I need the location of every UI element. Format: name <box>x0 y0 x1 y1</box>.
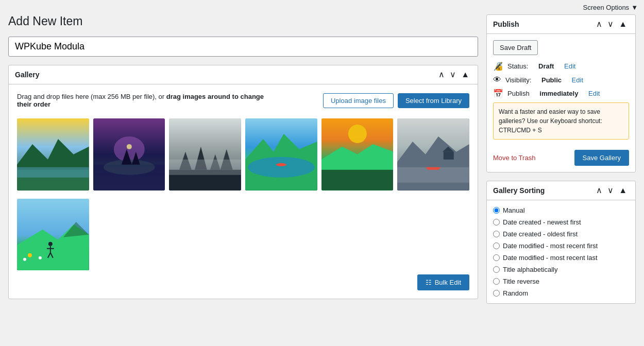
status-edit-link[interactable]: Edit <box>564 62 575 70</box>
sorting-option-date_newest[interactable]: Date created - newest first <box>493 218 629 226</box>
select-from-library-button[interactable]: Select from Library <box>398 93 469 108</box>
sorting-box-header: Gallery Sorting ∧ ∨ ▲ <box>487 181 635 200</box>
visibility-edit-link[interactable]: Edit <box>572 76 583 84</box>
publish-collapse-button[interactable]: ▲ <box>617 19 629 29</box>
panel-up-button[interactable]: ∧ <box>436 70 447 80</box>
publish-value: immediately <box>539 90 578 97</box>
sorting-option-random[interactable]: Random <box>493 289 629 297</box>
svg-marker-25 <box>321 170 394 191</box>
sorting-label-title_alpha: Title alphabetically <box>503 266 557 273</box>
upload-hint: Drag and drop files here (max 256 MB per… <box>17 93 275 108</box>
sorting-radio-date_modified_last[interactable] <box>493 254 500 261</box>
sorting-label-title_reverse: Title reverse <box>503 278 539 285</box>
gallery-image-1-svg <box>17 118 89 191</box>
sorting-option-title_reverse[interactable]: Title reverse <box>493 278 629 285</box>
sorting-radio-date_oldest[interactable] <box>493 231 500 237</box>
gallery-panel-title: Gallery <box>15 71 39 79</box>
svg-point-23 <box>348 125 367 143</box>
sorting-radio-manual[interactable] <box>493 207 500 214</box>
panel-down-button[interactable]: ∨ <box>448 70 458 80</box>
sorting-radio-date_newest[interactable] <box>493 219 500 226</box>
status-icon: 🔏 <box>493 61 503 71</box>
bulk-edit-icon: ☷ <box>426 279 432 286</box>
publish-box: Publish ∧ ∨ ▲ Save Draft 🔏 Status: Draft… <box>486 14 636 172</box>
upload-area: Drag and drop files here (max 256 MB per… <box>17 93 469 108</box>
svg-point-20 <box>248 157 315 178</box>
panel-collapse-button[interactable]: ▲ <box>459 70 471 80</box>
svg-marker-29 <box>426 167 441 170</box>
screen-options-button[interactable]: Screen Options ▼ <box>583 4 638 11</box>
image-grid-row2 <box>17 199 469 271</box>
save-draft-button[interactable]: Save Draft <box>493 40 538 55</box>
sorting-radio-title_reverse[interactable] <box>493 278 500 285</box>
gallery-image-5-svg <box>321 118 394 191</box>
status-label: Status: <box>507 62 528 70</box>
bulk-edit-button[interactable]: ☷ Bulk Edit <box>417 274 469 290</box>
screen-options-label: Screen Options <box>583 4 630 11</box>
move-to-trash-link[interactable]: Move to Trash <box>493 154 535 162</box>
publish-down-button[interactable]: ∨ <box>605 19 616 29</box>
publish-date-row: 📅 Publish immediately Edit <box>493 89 629 98</box>
sorting-option-title_alpha[interactable]: Title alphabetically <box>493 266 629 273</box>
publish-up-button[interactable]: ∧ <box>594 19 604 29</box>
sorting-panel-controls: ∧ ∨ ▲ <box>594 185 629 196</box>
svg-point-34 <box>28 253 32 257</box>
gallery-image-3[interactable] <box>169 118 241 191</box>
sorting-radio-title_alpha[interactable] <box>493 266 500 273</box>
gallery-image-2[interactable] <box>93 118 165 191</box>
gallery-image-6-svg <box>397 118 469 191</box>
gallery-image-5[interactable] <box>321 118 394 191</box>
bulk-edit-label: Bulk Edit <box>435 279 461 286</box>
gallery-panel: Gallery ∧ ∨ ▲ Drag and drop files here (… <box>8 65 478 299</box>
top-bar: Screen Options ▼ <box>0 0 644 14</box>
save-gallery-button[interactable]: Save Gallery <box>574 150 629 166</box>
svg-point-35 <box>39 256 42 259</box>
gallery-image-4[interactable] <box>245 118 317 191</box>
status-value: Draft <box>538 62 554 70</box>
sorting-label-date_newest: Date created - newest first <box>503 218 581 226</box>
page-title: Add New Item <box>8 14 478 28</box>
svg-point-37 <box>48 241 53 246</box>
gallery-image-1[interactable] <box>17 118 89 191</box>
left-panel: Add New Item Gallery ∧ ∨ ▲ Drag and drop… <box>8 14 478 312</box>
sorting-option-date_modified_last[interactable]: Date modified - most recent last <box>493 254 629 262</box>
sorting-label-date_modified_recent: Date modified - most recent first <box>503 242 598 250</box>
publish-edit-link[interactable]: Edit <box>588 90 600 97</box>
gallery-image-2-svg <box>93 118 165 191</box>
svg-point-36 <box>23 257 26 261</box>
sorting-radio-date_modified_recent[interactable] <box>493 243 500 249</box>
sorting-option-date_oldest[interactable]: Date created - oldest first <box>493 230 629 238</box>
image-grid-row1 <box>17 118 469 191</box>
svg-point-8 <box>127 144 132 149</box>
panel-controls: ∧ ∨ ▲ <box>436 70 471 80</box>
sorting-radio-group: ManualDate created - newest firstDate cr… <box>493 206 629 297</box>
sorting-radio-random[interactable] <box>493 290 500 297</box>
sorting-label-date_modified_last: Date modified - most recent last <box>503 254 598 262</box>
sorting-label-manual: Manual <box>503 206 525 214</box>
publish-icon: 📅 <box>493 89 503 98</box>
gallery-image-3-svg <box>169 118 241 191</box>
sorting-option-manual[interactable]: Manual <box>493 206 629 214</box>
item-title-input[interactable] <box>8 37 478 57</box>
gallery-image-7[interactable] <box>17 199 89 271</box>
gallery-body: Drag and drop files here (max 256 MB per… <box>9 84 478 299</box>
upload-image-files-button[interactable]: Upload image files <box>323 93 394 108</box>
publish-box-header: Publish ∧ ∨ ▲ <box>487 15 635 34</box>
visibility-icon: 👁 <box>493 75 501 84</box>
visibility-value: Public <box>541 76 562 84</box>
visibility-label: Visibility: <box>505 76 531 84</box>
publish-label: Publish <box>507 90 530 97</box>
sorting-up-button[interactable]: ∧ <box>594 185 604 196</box>
sorting-collapse-button[interactable]: ▲ <box>617 185 629 196</box>
shortcut-notice: Want a faster and easier way to save gal… <box>493 102 629 140</box>
svg-rect-30 <box>444 152 454 160</box>
sorting-option-date_modified_recent[interactable]: Date modified - most recent first <box>493 242 629 250</box>
main-container: Add New Item Gallery ∧ ∨ ▲ Drag and drop… <box>0 14 644 320</box>
sorting-box: Gallery Sorting ∧ ∨ ▲ ManualDate created… <box>486 181 636 304</box>
sorting-label-date_oldest: Date created - oldest first <box>503 230 578 238</box>
svg-rect-3 <box>17 167 89 178</box>
sorting-down-button[interactable]: ∨ <box>605 185 616 196</box>
svg-rect-17 <box>169 160 241 175</box>
gallery-image-6[interactable] <box>397 118 469 191</box>
shortcut-notice-text: Want a faster and easier way to save gal… <box>499 108 602 134</box>
